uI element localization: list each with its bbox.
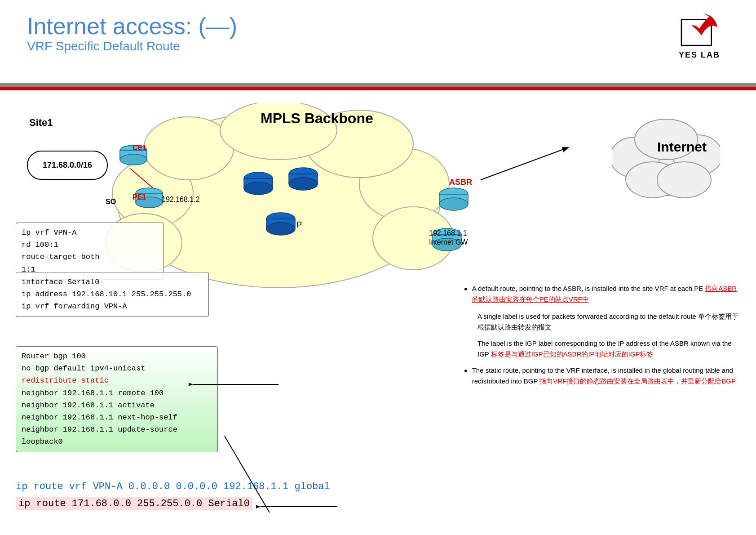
sub-bullet-2: The label is the IGP label corresponding… (477, 338, 743, 360)
bullet-dot-1: • (464, 283, 468, 305)
bullet-1-en: A default route, pointing to the ASBR, i… (472, 285, 703, 292)
bgp-to-cmd-arrow (157, 432, 292, 522)
vrf-line1: ip vrf VPN-A (22, 227, 158, 239)
ce1-label: CE1 (133, 144, 146, 152)
intf-line1: interface Serial0 (22, 276, 203, 288)
vrf-line3: route-target both (22, 251, 158, 263)
p-label: P (296, 220, 302, 230)
network-prefix: 171.68.0.0/16 (27, 151, 108, 180)
bgp-line4: neighbor 192.168.1.1 remote 100 (22, 387, 212, 399)
sub-b1-en: A single label is used for packets forwa… (477, 312, 696, 320)
igw-ip: 192.168.1.1 (429, 229, 467, 237)
yes-lab-text: YES LAB (679, 50, 720, 60)
pe1-ip: 192.168.1.2 (162, 196, 200, 204)
yes-lab-logo: YES LAB (679, 13, 720, 60)
config-box-vrf: ip vrf VPN-A rd 100:1 route-target both … (16, 223, 164, 280)
config-box-interface: interface Serial0 ip address 192.168.10.… (16, 272, 209, 317)
bullet-2: • The static route, pointing to the VRF … (464, 365, 743, 387)
svg-line-39 (481, 148, 566, 180)
svg-point-29 (289, 178, 318, 190)
svg-line-42 (225, 436, 270, 513)
site1-label: Site1 (29, 117, 53, 129)
bullet-2-text: The static route, pointing to the VRF in… (472, 365, 743, 387)
sub-b2-cn: 标签是与通过IGP已知的ASBR的IP地址对应的IGP标签 (491, 350, 654, 358)
bgp-line2: no bgp default ipv4-unicast (22, 362, 212, 374)
internet-title: Internet (657, 139, 707, 155)
svg-point-35 (439, 198, 468, 210)
bullet-2-cn: 指向VRF接口的静态路由安装在全局路由表中，并重新分配给BGP (539, 377, 736, 385)
internet-cloud (612, 117, 720, 207)
page-subtitle: VRF Specific Default Route (27, 39, 237, 54)
bullet-1-text: A default route, pointing to the ASBR, i… (472, 283, 743, 305)
p-router-2 (287, 164, 319, 191)
page-title: Internet access: (—) (27, 13, 237, 39)
redistribute-arrow (189, 371, 287, 398)
intf-line2: ip address 192.168.10.1 255.255.255.0 (22, 288, 203, 300)
svg-point-17 (120, 154, 147, 165)
bgp-line3: redistribute static (22, 374, 212, 387)
svg-point-26 (244, 182, 273, 195)
so-label: SO (106, 198, 116, 206)
bgp-line5: neighbor 192.168.1.1 activate (22, 399, 212, 411)
diagram-area: Site1 171.68.0.0/16 CE1 PE1 SO 192.168.1… (0, 94, 756, 535)
asbr-router (438, 184, 469, 211)
bgp-line1: Router bgp 100 (22, 350, 212, 362)
p-router-3 (265, 209, 296, 236)
p-router-1 (243, 169, 274, 196)
intf-line3: ip vrf forwarding VPN-A (22, 300, 203, 312)
igw-label: Internet GW (429, 238, 468, 246)
sub-bullet-1: A single label is used for packets forwa… (477, 311, 743, 333)
bullet-dot-2: • (464, 365, 468, 387)
pe1-label: PE1 (133, 193, 146, 201)
header: Internet access: (—) VRF Specific Defaul… (27, 13, 237, 54)
asbr-label: ASBR (449, 178, 472, 187)
yes-lab-check-icon (679, 13, 720, 49)
red-bar (0, 87, 756, 90)
svg-point-32 (266, 223, 295, 235)
svg-point-14 (657, 162, 711, 198)
gray-bar (0, 83, 756, 87)
asbr-internet-arrow (476, 139, 579, 184)
vrf-line2: rd 100:1 (22, 239, 158, 251)
mpls-title: MPLS Backbone (261, 110, 373, 127)
bgp-line6: neighbor 192.168.1.1 next-hop-self (22, 411, 212, 424)
bullets-area: • A default route, pointing to the ASBR,… (464, 283, 743, 393)
bullet-1: • A default route, pointing to the ASBR,… (464, 283, 743, 305)
sub-bullets: A single label is used for packets forwa… (477, 311, 743, 360)
